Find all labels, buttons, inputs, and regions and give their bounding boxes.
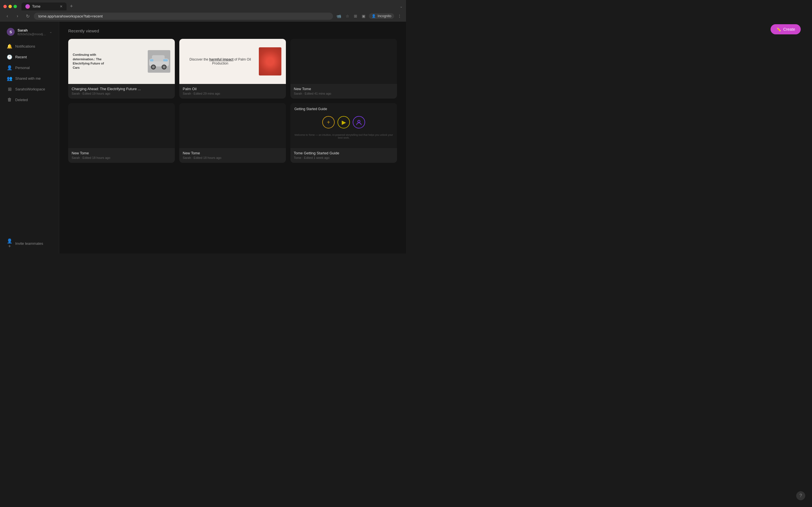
forward-button[interactable]: › [13,12,21,20]
svg-rect-7 [150,59,153,61]
card-meta: Sarah · Edited 19 hours ago [71,92,171,95]
card-thumbnail: Getting Started Guide + ▶ Welcom [290,103,397,148]
card-thumb-image [259,47,282,75]
sidebar-item-label: Notifications [15,44,35,48]
back-button[interactable]: ‹ [3,12,11,20]
sidebar-item-personal[interactable]: 👤 Personal [2,62,57,73]
sidebar-item-recent[interactable]: 🕐 Recent [2,52,57,62]
sidebar-item-label: Shared with me [15,76,41,80]
card-info: New Tome Sarah · Edited 41 mins ago [290,84,397,99]
reload-button[interactable]: ↻ [24,12,32,20]
play-circle-icon: ▶ [338,116,350,128]
card-meta: Sarah · Edited 18 hours ago [183,156,283,159]
guide-icons-row: + ▶ [294,114,393,131]
main-content: Recently viewed Continuing with determin… [59,22,406,253]
incognito-label: Incognito [377,14,391,18]
card-meta: Sarah · Edited 29 mins ago [183,92,283,95]
extensions-button[interactable]: ⊞ [353,13,358,19]
svg-point-4 [152,66,155,68]
sidebar-bottom: 👤+ Invite teammates [0,235,59,251]
card-author: Tome [294,156,301,159]
card-meta: Sarah · Edited 18 hours ago [71,156,171,159]
sidebar-item-shared[interactable]: 👥 Shared with me [2,73,57,83]
card-thumb-guide: Getting Started Guide + ▶ Welcom [290,103,397,148]
sidebar-item-label: Personal [15,66,30,70]
incognito-icon: 👤 [371,14,376,18]
card-title: Tome Getting Started Guide [294,151,394,155]
sidebar-item-workspace[interactable]: ⊞ SarahsWorkspace [2,84,57,94]
card-thumbnail [179,103,286,148]
cards-grid: Continuing with determination.: The Elec… [68,39,397,163]
minimize-window-button[interactable] [8,5,12,8]
maximize-window-button[interactable] [13,5,17,8]
sidebar-item-notifications[interactable]: 🔔 Notifications [2,41,57,52]
sidebar-nav: 🔔 Notifications 🕐 Recent 👤 Personal 👥 Sh… [0,41,59,235]
card-author: Sarah [183,92,191,95]
card-title: Charging Ahead: The Electrifying Future … [71,87,171,91]
tab-list-button[interactable]: ⌄ [400,4,403,8]
card-meta: Sarah · Edited 41 mins ago [294,92,394,95]
card-author: Sarah [183,156,191,159]
sidebar-button[interactable]: ▣ [361,13,366,19]
sidebar: S Sarah 8263e52a@moodjoy.c... ⌄ 🔔 Notifi… [0,22,59,253]
sidebar-user[interactable]: S Sarah 8263e52a@moodjoy.c... ⌄ [2,25,57,39]
user-email: 8263e52a@moodjoy.c... [17,33,47,36]
bell-icon: 🔔 [7,44,12,49]
sidebar-item-invite[interactable]: 👤+ Invite teammates [2,236,57,251]
sidebar-item-deleted[interactable]: 🗑 Deleted [2,95,57,105]
card-edited: Edited 41 mins ago [305,92,331,95]
bookmark-button[interactable]: ☆ [345,13,350,19]
svg-point-9 [358,120,360,122]
card-thumbnail [290,39,397,84]
sidebar-item-label: Deleted [15,98,28,102]
guide-bottom-text: Welcome to Tome — an intuitive, AI-power… [294,133,393,139]
new-tab-button[interactable]: + [68,2,75,10]
card-thumbnail [68,103,175,148]
card-edited: Edited 1 week ago [304,156,329,159]
card-edited: Edited 29 mins ago [194,92,220,95]
close-window-button[interactable] [3,5,7,8]
card-thumb-image [148,50,170,73]
incognito-badge: 👤 Incognito [369,13,394,19]
grid-icon: ⊞ [7,87,12,92]
card-ev-car[interactable]: Continuing with determination.: The Elec… [68,39,175,99]
person-icon: 👤 [7,65,12,70]
card-author: Sarah [71,92,80,95]
address-bar[interactable] [34,13,333,20]
card-new-tome-1[interactable]: New Tome Sarah · Edited 41 mins ago [290,39,397,99]
people-icon: 👥 [7,76,12,81]
card-new-tome-2[interactable]: New Tome Sarah · Edited 18 hours ago [68,103,175,163]
user-name: Sarah [17,28,47,33]
card-author: Sarah [294,92,302,95]
svg-rect-8 [163,59,168,61]
card-title: Palm Oil [183,87,283,91]
trash-icon: 🗑 [7,97,12,102]
card-edited: Edited 19 hours ago [83,92,110,95]
guide-heading: Getting Started Guide [294,107,393,111]
browser-tab[interactable]: Tome ✕ [21,3,66,10]
screenshare-button[interactable]: 📹 [335,13,342,19]
window-controls [3,5,17,8]
user-circle-icon [353,116,365,128]
card-thumbnail: Discover the harmful impact of Palm Oil … [179,39,286,84]
card-getting-started[interactable]: Getting Started Guide + ▶ Welcom [290,103,397,163]
card-meta: Tome · Edited 1 week ago [294,156,394,159]
menu-button[interactable]: ⋮ [396,13,403,19]
tab-close-button[interactable]: ✕ [60,4,63,8]
add-person-icon: 👤+ [7,238,12,249]
svg-rect-2 [152,55,165,61]
plus-circle-icon: + [322,116,335,128]
card-new-tome-3[interactable]: New Tome Sarah · Edited 18 hours ago [179,103,286,163]
card-title: New Tome [71,151,171,155]
address-bar-row: ‹ › ↻ 📹 ☆ ⊞ ▣ 👤 Incognito ⋮ [0,10,406,22]
card-info: Tome Getting Started Guide Tome · Edited… [290,148,397,163]
clock-icon: 🕐 [7,54,12,60]
card-thumb-text: Continuing with determination.: The Elec… [73,53,109,70]
card-palm-oil[interactable]: Discover the harmful impact of Palm Oil … [179,39,286,99]
card-title: New Tome [183,151,283,155]
card-info: Charging Ahead: The Electrifying Future … [68,84,175,99]
page-title: Recently viewed [68,29,397,33]
card-info: New Tome Sarah · Edited 18 hours ago [179,148,286,163]
card-thumb-dark [68,103,175,148]
invite-label: Invite teammates [15,241,43,245]
